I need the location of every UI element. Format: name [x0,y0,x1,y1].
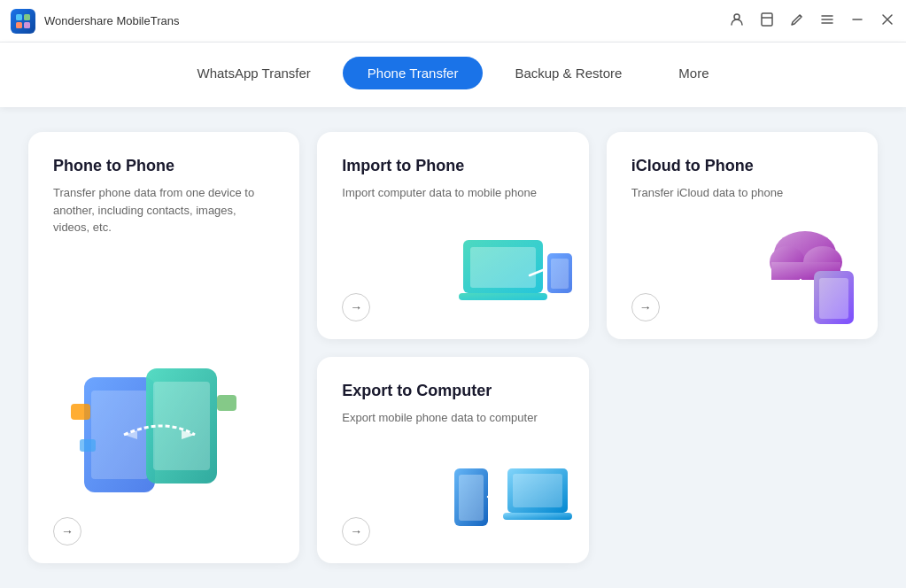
svg-rect-3 [24,22,30,28]
svg-rect-15 [459,293,547,300]
svg-rect-1 [24,14,30,20]
import-illustration [454,222,578,329]
tab-whatsapp-transfer[interactable]: WhatsApp Transfer [172,57,335,89]
svg-rect-10 [71,404,90,420]
svg-rect-2 [16,22,22,28]
app-icon [11,9,35,34]
close-icon[interactable] [879,12,895,30]
svg-point-4 [734,14,740,19]
svg-rect-14 [470,247,536,288]
card-icloud-arrow[interactable]: → [631,293,660,321]
title-bar: Wondershare MobileTrans [0,0,906,43]
minimize-icon[interactable] [849,12,865,30]
svg-rect-25 [459,475,484,521]
svg-rect-11 [217,395,236,411]
card-icloud-title: iCloud to Phone [631,157,853,175]
card-export-title: Export to Computer [342,382,563,400]
edit-icon[interactable] [789,12,805,30]
svg-rect-17 [551,259,569,289]
account-icon[interactable] [729,12,745,30]
svg-rect-0 [16,14,22,20]
tab-backup-restore[interactable]: Backup & Restore [490,57,647,89]
icloud-illustration [752,222,867,329]
card-phone-to-phone[interactable]: Phone to Phone Transfer phone data from … [28,132,299,563]
svg-rect-23 [819,278,848,319]
title-bar-controls [729,12,895,30]
nav-bar: WhatsApp Transfer Phone Transfer Backup … [0,43,906,107]
bookmark-icon[interactable] [759,12,775,30]
title-bar-left: Wondershare MobileTrans [11,9,179,34]
menu-icon[interactable] [819,12,835,30]
card-icloud-to-phone[interactable]: iCloud to Phone Transfer iCloud data to … [607,132,878,339]
phone-to-phone-illustration [66,351,261,528]
export-illustration [445,446,578,553]
tab-more[interactable]: More [654,57,733,89]
card-export-to-computer[interactable]: Export to Computer Export mobile phone d… [317,357,588,564]
svg-rect-12 [80,439,96,452]
card-export-arrow[interactable]: → [342,517,370,545]
svg-rect-7 [91,391,148,479]
app-name: Wondershare MobileTrans [44,14,179,27]
tab-phone-transfer[interactable]: Phone Transfer [343,57,484,89]
svg-rect-28 [503,513,572,520]
main-content: Phone to Phone Transfer phone data from … [0,107,906,588]
svg-rect-27 [513,474,562,507]
svg-rect-5 [762,13,772,26]
card-import-title: Import to Phone [342,157,563,175]
card-import-to-phone[interactable]: Import to Phone Import computer data to … [317,132,588,339]
card-phone-to-phone-title: Phone to Phone [53,157,275,175]
card-import-arrow[interactable]: → [342,293,370,321]
